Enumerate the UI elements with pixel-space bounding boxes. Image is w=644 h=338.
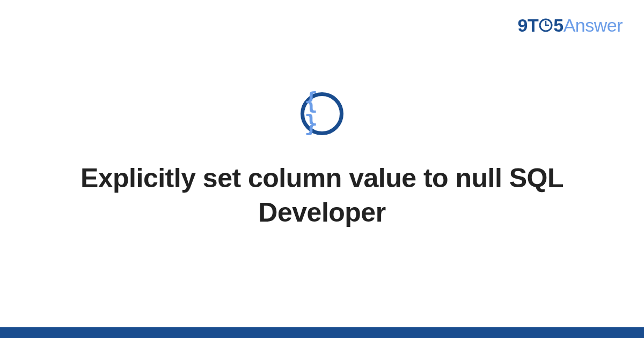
topic-icon-circle: { } bbox=[301, 92, 343, 135]
main-content: { } Explicitly set column value to null … bbox=[0, 0, 644, 322]
page-title: Explicitly set column value to null SQL … bbox=[54, 161, 590, 230]
code-braces-icon: { } bbox=[304, 90, 340, 137]
footer-accent-bar bbox=[0, 327, 644, 338]
